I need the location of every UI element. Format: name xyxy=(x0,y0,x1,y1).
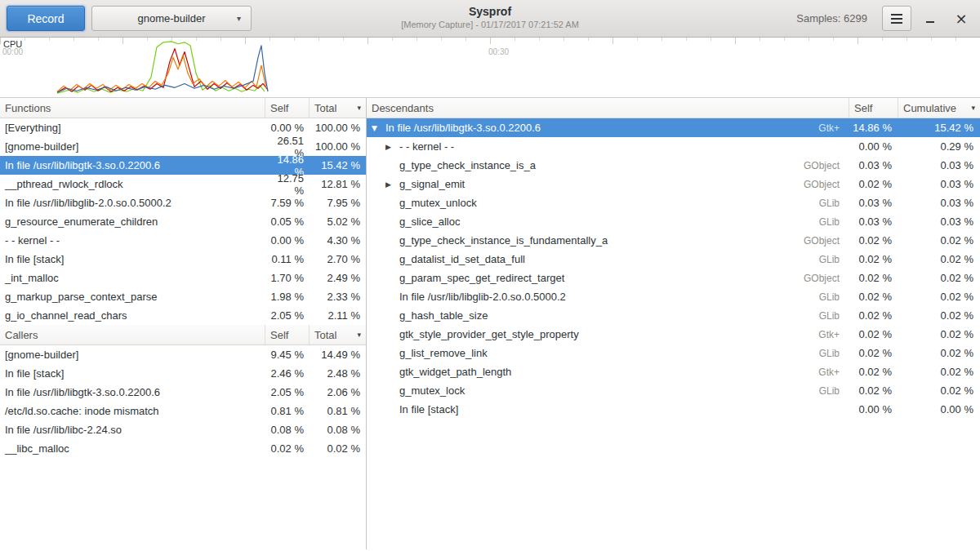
tree-row[interactable]: g_param_spec_get_redirect_targetGObject0… xyxy=(367,269,980,287)
tree-row[interactable]: g_mutex_lockGLib0.02 %0.02 % xyxy=(367,381,980,400)
tree-row[interactable]: g_datalist_id_set_data_fullGLib0.02 %0.0… xyxy=(367,250,980,269)
header-right-group: Samples: 6299 × xyxy=(796,6,973,31)
category-label: GLib xyxy=(819,348,849,359)
cumulative-percent: 0.02 % xyxy=(898,234,980,247)
self-percent: 1.98 % xyxy=(265,291,310,303)
table-row[interactable]: In file [stack]2.46 %2.48 % xyxy=(0,364,366,383)
category-label: GLib xyxy=(819,291,849,303)
time-tick-label-start: 00:00 xyxy=(2,47,23,56)
table-row[interactable]: __pthread_rwlock_rdlock12.75 %12.81 % xyxy=(0,175,366,193)
column-header-self[interactable]: Self xyxy=(265,98,310,118)
table-row[interactable]: g_resource_enumerate_children0.05 %5.02 … xyxy=(0,212,366,231)
table-row[interactable]: [gnome-builder]9.45 %14.49 % xyxy=(0,345,366,364)
column-label: Descendants xyxy=(372,102,434,114)
samples-count: Samples: 6299 xyxy=(796,12,867,24)
cumulative-percent: 0.03 % xyxy=(898,159,980,171)
minimize-button[interactable] xyxy=(918,7,942,31)
function-name: In file /usr/lib/libc-2.24.so xyxy=(0,424,265,436)
column-label: Self xyxy=(270,102,288,114)
self-percent: 12.75 % xyxy=(265,172,310,197)
cumulative-percent: 0.02 % xyxy=(898,272,980,284)
column-header-callers[interactable]: Callers xyxy=(0,325,265,344)
close-button[interactable]: × xyxy=(949,7,973,31)
tree-row[interactable]: In file /usr/lib/libglib-2.0.so.0.5000.2… xyxy=(367,287,980,306)
window-subtitle: [Memory Capture] - 01/17/2017 07:21:52 A… xyxy=(401,20,579,29)
column-header-descendants[interactable]: Descendants xyxy=(367,98,849,118)
self-percent: 0.02 % xyxy=(849,328,898,340)
self-percent: 0.02 % xyxy=(849,384,898,397)
functions-table: [Everything]0.00 %100.00 %[gnome-builder… xyxy=(0,118,366,325)
column-header-total[interactable]: Total ▾ xyxy=(310,325,366,344)
total-percent: 2.48 % xyxy=(310,367,366,380)
function-name: In file /usr/lib/libglib-2.0.so.0.5000.2 xyxy=(0,197,265,209)
table-row[interactable]: g_io_channel_read_chars2.05 %2.11 % xyxy=(0,306,366,325)
function-name: __libc_malloc xyxy=(0,442,265,455)
chevron-down-icon: ▾ xyxy=(237,14,241,23)
total-percent: 0.02 % xyxy=(310,442,366,455)
expander-open-icon[interactable]: ▼ xyxy=(372,124,385,132)
expander-closed-icon[interactable]: ▶ xyxy=(385,180,399,189)
total-percent: 7.95 % xyxy=(310,197,366,209)
function-name: In file /usr/lib/libglib-2.0.so.0.5000.2 xyxy=(399,291,566,303)
function-name: g_type_check_instance_is_fundamentally_a xyxy=(399,234,608,247)
category-label: GObject xyxy=(804,160,849,171)
function-name: [gnome-builder] xyxy=(0,349,265,361)
column-header-cumulative[interactable]: Cumulative ▾ xyxy=(898,98,980,118)
function-name: g_slice_alloc xyxy=(399,216,460,228)
tree-row[interactable]: gtk_widget_path_lengthGtk+0.02 %0.02 % xyxy=(367,362,980,381)
tree-row[interactable]: ▼In file /usr/lib/libgtk-3.so.0.2200.6Gt… xyxy=(367,118,980,137)
tree-row[interactable]: ▶g_signal_emitGObject0.02 %0.03 % xyxy=(367,175,980,193)
self-percent: 0.02 % xyxy=(849,309,898,322)
column-header-total[interactable]: Total ▾ xyxy=(310,98,366,118)
tree-row[interactable]: g_mutex_unlockGLib0.03 %0.03 % xyxy=(367,193,980,212)
function-name: In file [stack] xyxy=(0,367,265,380)
tree-row[interactable]: g_type_check_instance_is_fundamentally_a… xyxy=(367,231,980,250)
self-percent: 2.05 % xyxy=(265,309,310,322)
total-percent: 100.00 % xyxy=(310,122,366,134)
column-header-self[interactable]: Self xyxy=(849,98,898,118)
category-label: Gtk+ xyxy=(818,122,849,134)
self-percent: 0.00 % xyxy=(849,140,898,153)
tree-row[interactable]: g_type_check_instance_is_aGObject0.03 %0… xyxy=(367,156,980,175)
table-row[interactable]: g_markup_parse_context_parse1.98 %2.33 % xyxy=(0,287,366,306)
tree-row[interactable]: In file [stack]0.00 %0.00 % xyxy=(367,400,980,419)
table-row[interactable]: In file /usr/lib/libgtk-3.so.0.2200.62.0… xyxy=(0,383,366,402)
function-name: g_mutex_unlock xyxy=(399,197,477,209)
tree-row[interactable]: g_list_remove_linkGLib0.02 %0.02 % xyxy=(367,344,980,362)
category-label: GObject xyxy=(804,179,849,190)
table-row[interactable]: In file /usr/lib/libgtk-3.so.0.2200.614.… xyxy=(0,156,366,175)
menu-button[interactable] xyxy=(882,6,911,31)
process-selector-dropdown[interactable]: gnome-builder ▾ xyxy=(91,6,252,31)
window-title-block: Sysprof [Memory Capture] - 01/17/2017 07… xyxy=(401,5,579,29)
category-label: Gtk+ xyxy=(818,367,849,378)
descendants-table: ▼In file /usr/lib/libgtk-3.so.0.2200.6Gt… xyxy=(367,118,980,419)
table-row[interactable]: In file /usr/lib/libc-2.24.so0.08 %0.08 … xyxy=(0,420,366,439)
table-row[interactable]: - - kernel - -0.00 %4.30 % xyxy=(0,231,366,250)
table-row[interactable]: __libc_malloc0.02 %0.02 % xyxy=(0,439,366,458)
total-percent: 0.81 % xyxy=(310,405,366,417)
function-name: gtk_widget_path_length xyxy=(399,366,511,378)
table-row[interactable]: /etc/ld.so.cache: inode mismatch0.81 %0.… xyxy=(0,402,366,420)
total-percent: 0.08 % xyxy=(310,424,366,436)
tree-row[interactable]: ▶- - kernel - -0.00 %0.29 % xyxy=(367,137,980,156)
expander-closed-icon[interactable]: ▶ xyxy=(385,143,399,151)
column-header-self[interactable]: Self xyxy=(265,325,310,344)
tree-row[interactable]: g_slice_allocGLib0.03 %0.03 % xyxy=(367,212,980,231)
descendant-name-cell: g_slice_allocGLib xyxy=(367,216,849,228)
tree-row[interactable]: g_hash_table_sizeGLib0.02 %0.02 % xyxy=(367,306,980,325)
table-row[interactable]: In file /usr/lib/libglib-2.0.so.0.5000.2… xyxy=(0,193,366,212)
cumulative-percent: 0.02 % xyxy=(898,384,980,397)
tree-row[interactable]: gtk_style_provider_get_style_propertyGtk… xyxy=(367,325,980,344)
column-header-functions[interactable]: Functions xyxy=(0,98,265,118)
cpu-timeline[interactable]: CPU 00:00 00:30 xyxy=(0,38,980,98)
descendant-name-cell: g_type_check_instance_is_fundamentally_a… xyxy=(367,234,849,247)
column-label: Total xyxy=(314,102,336,114)
self-percent: 0.02 % xyxy=(849,178,898,190)
total-percent: 2.06 % xyxy=(310,386,366,398)
table-row[interactable]: [gnome-builder]26.51 %100.00 % xyxy=(0,137,366,156)
table-row[interactable]: _int_malloc1.70 %2.49 % xyxy=(0,269,366,287)
table-row[interactable]: In file [stack]0.11 %2.70 % xyxy=(0,250,366,269)
functions-table-header: Functions Self Total ▾ xyxy=(0,98,366,118)
record-button[interactable]: Record xyxy=(7,6,85,31)
table-row[interactable]: [Everything]0.00 %100.00 % xyxy=(0,118,366,137)
